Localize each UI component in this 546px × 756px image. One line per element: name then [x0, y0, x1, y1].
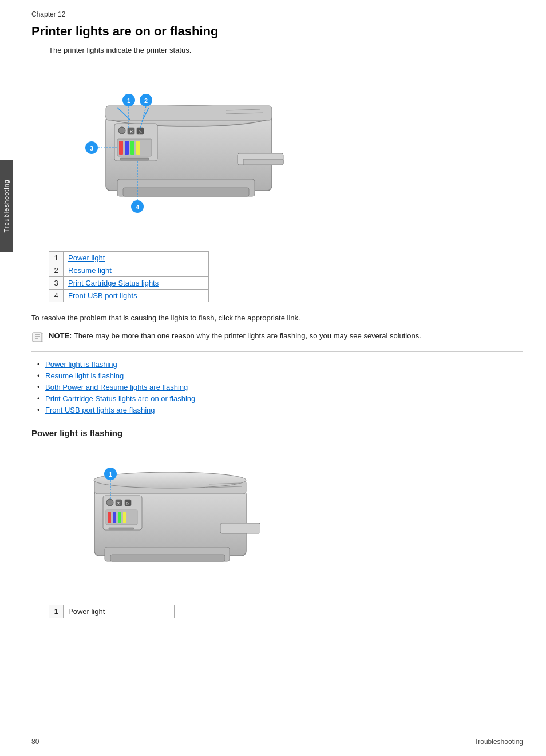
- sidebar-label: Troubleshooting: [3, 179, 10, 232]
- sidebar-tab: Troubleshooting: [0, 160, 13, 252]
- svg-rect-54: [118, 512, 121, 523]
- sub-heading: Power light is flashing: [31, 428, 523, 438]
- printer-svg-2: ✕ ▷ 1: [49, 447, 260, 590]
- list-item: Front USB port lights are flashing: [37, 406, 523, 414]
- legend-number: 2: [49, 264, 64, 277]
- sub-legend-table: 1 Power light: [49, 605, 175, 618]
- footer-page: 80: [31, 738, 39, 746]
- svg-point-46: [106, 499, 113, 506]
- legend-table: 1 Power light 2 Resume light 3 Print Car…: [49, 251, 209, 302]
- legend-row: 2 Resume light: [49, 264, 209, 277]
- svg-rect-20: [120, 158, 149, 160]
- svg-text:1: 1: [127, 97, 130, 104]
- resolve-text: To resolve the problem that is causing t…: [31, 314, 523, 322]
- svg-rect-56: [109, 528, 134, 529]
- page-title: Printer lights are on or flashing: [31, 24, 523, 39]
- nav-link[interactable]: Both Power and Resume lights are flashin…: [45, 383, 188, 391]
- svg-rect-4: [123, 188, 249, 196]
- note-box: NOTE: There may be more than one reason …: [31, 330, 523, 352]
- legend-number: 1: [49, 252, 64, 264]
- nav-link[interactable]: Front USB port lights are flashing: [45, 406, 155, 414]
- legend-label[interactable]: Power light: [64, 252, 209, 264]
- svg-rect-6: [243, 159, 283, 165]
- list-item: Both Power and Resume lights are flashin…: [37, 383, 523, 391]
- svg-rect-44: [220, 523, 260, 533]
- svg-rect-53: [113, 512, 116, 523]
- svg-rect-18: [130, 141, 134, 155]
- intro-text: The printer lights indicate the printer …: [49, 46, 523, 54]
- svg-text:4: 4: [136, 204, 140, 211]
- list-item: Resume light is flashing: [37, 371, 523, 380]
- nav-link[interactable]: Power light is flashing: [45, 360, 117, 369]
- svg-text:▷: ▷: [139, 129, 143, 134]
- svg-rect-52: [108, 512, 111, 523]
- note-icon: [31, 331, 44, 343]
- printer-svg-1: ✕ ▷ 1 2 3 4: [49, 65, 289, 231]
- nav-link[interactable]: Print Cartridge Status lights are on or …: [45, 394, 195, 403]
- legend-label[interactable]: Front USB port lights: [64, 290, 209, 302]
- svg-rect-16: [119, 141, 123, 155]
- legend-number: 3: [49, 277, 64, 290]
- footer-section: Troubleshooting: [474, 738, 523, 746]
- legend-row: 1 Power light: [49, 252, 209, 264]
- svg-text:1: 1: [109, 471, 112, 478]
- nav-link[interactable]: Resume light is flashing: [45, 371, 124, 380]
- svg-text:3: 3: [90, 145, 93, 152]
- svg-rect-55: [123, 512, 126, 523]
- note-body: There may be more than one reason why th…: [74, 331, 421, 340]
- page-footer: 80 Troubleshooting: [31, 738, 523, 746]
- sub-legend-label: Power light: [64, 605, 175, 618]
- svg-rect-17: [125, 141, 129, 155]
- printer-diagram-1: ✕ ▷ 1 2 3 4: [49, 65, 289, 242]
- svg-rect-43: [110, 555, 225, 561]
- note-content: NOTE: There may be more than one reason …: [49, 330, 421, 342]
- list-item: Print Cartridge Status lights are on or …: [37, 394, 523, 403]
- svg-rect-35: [33, 333, 42, 342]
- list-item: Power light is flashing: [37, 360, 523, 369]
- chapter-label: Chapter 12: [31, 10, 523, 18]
- legend-row: 3 Print Cartridge Status lights: [49, 277, 209, 290]
- sub-legend-row: 1 Power light: [49, 605, 175, 618]
- sub-legend-number: 1: [49, 605, 64, 618]
- note-label: NOTE:: [49, 331, 72, 340]
- svg-point-10: [118, 127, 125, 134]
- legend-number: 4: [49, 290, 64, 302]
- svg-text:2: 2: [144, 97, 148, 104]
- links-list: Power light is flashingResume light is f…: [37, 360, 523, 414]
- legend-label[interactable]: Print Cartridge Status lights: [64, 277, 209, 290]
- svg-text:✕: ✕: [117, 501, 120, 505]
- printer-diagram-2: ✕ ▷ 1: [49, 447, 266, 596]
- legend-label[interactable]: Resume light: [64, 264, 209, 277]
- svg-text:✕: ✕: [129, 129, 133, 134]
- svg-rect-19: [136, 141, 140, 155]
- legend-row: 4 Front USB port lights: [49, 290, 209, 302]
